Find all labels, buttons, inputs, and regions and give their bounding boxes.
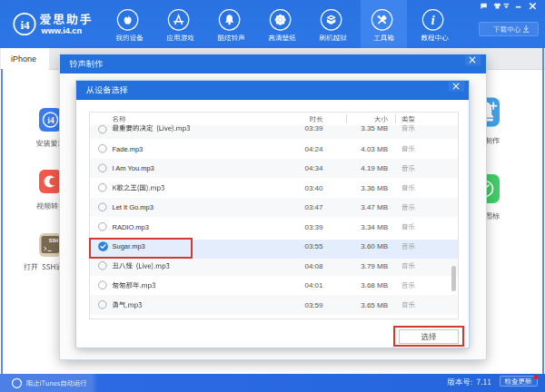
- svg-text:4.19 MB: 4.19 MB: [361, 164, 388, 172]
- svg-text:3.35 MB: 3.35 MB: [361, 124, 388, 132]
- svg-text:4.03 MB: 4.03 MB: [361, 145, 388, 153]
- svg-text:03:39: 03:39: [304, 124, 323, 132]
- svg-text:03:47: 03:47: [304, 203, 323, 211]
- svg-text:I Am You.mp3: I Am You.mp3: [113, 164, 154, 172]
- svg-text:i: i: [431, 13, 435, 27]
- svg-text:3.36 MB: 3.36 MB: [361, 184, 388, 192]
- svg-text:03:40: 03:40: [304, 184, 323, 192]
- svg-text:3.47 MB: 3.47 MB: [361, 203, 388, 211]
- svg-text:www.i4.cn: www.i4.cn: [41, 26, 83, 35]
- svg-text:RADIO.mp3: RADIO.mp3: [113, 223, 149, 231]
- svg-text:04:24: 04:24: [304, 145, 323, 153]
- svg-text:03:55: 03:55: [304, 242, 323, 250]
- svg-text:3.79 MB: 3.79 MB: [361, 262, 388, 270]
- svg-text:03:39: 03:39: [304, 223, 323, 231]
- svg-text:03:59: 03:59: [304, 301, 323, 309]
- svg-text:Fade.mp3: Fade.mp3: [113, 145, 144, 153]
- svg-text:i4: i4: [20, 18, 30, 32]
- svg-text:04:01: 04:01: [304, 281, 323, 289]
- svg-text:04:08: 04:08: [304, 262, 323, 270]
- svg-text:Let It Go.mp3: Let It Go.mp3: [113, 203, 154, 211]
- svg-text:iPhone: iPhone: [11, 54, 36, 64]
- svg-text:3.34 MB: 3.34 MB: [361, 223, 388, 231]
- svg-text:04:34: 04:34: [304, 164, 323, 172]
- svg-text:3.68 MB: 3.68 MB: [361, 281, 388, 289]
- svg-text:3.65 MB: 3.65 MB: [361, 301, 388, 309]
- svg-text:3.60 MB: 3.60 MB: [361, 242, 388, 250]
